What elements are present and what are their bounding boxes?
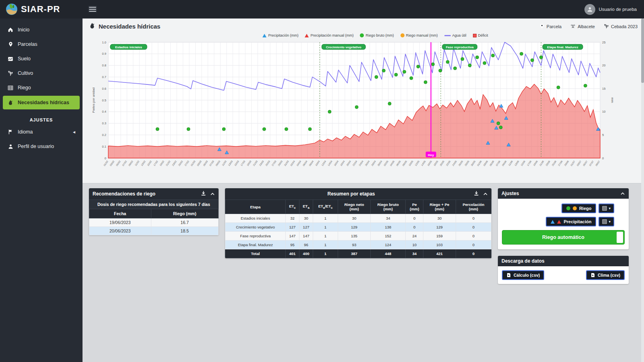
table-cell: 147 (285, 232, 299, 241)
table-cell: 18.5 (151, 227, 218, 235)
table-cell: 147 (299, 232, 313, 241)
header-meta-cultivo[interactable]: Cebada 2023 (604, 23, 638, 29)
svg-text:0.6: 0.6 (102, 87, 106, 90)
svg-text:25/06: 25/06 (551, 160, 557, 167)
chart[interactable]: 00.10.20.30.40.50.60.70.80.91.0051015202… (90, 37, 638, 181)
download-icon[interactable] (474, 191, 479, 197)
scrollbar[interactable] (641, 19, 644, 362)
header-meta-estacion[interactable]: Albacete (570, 23, 595, 29)
legend-item[interactable]: Riego manual (mm) (400, 33, 438, 37)
svg-text:27/02: 27/02 (184, 160, 190, 167)
user-avatar (584, 4, 595, 15)
sidebar-item-perfil[interactable]: Perfil de usuario (0, 139, 83, 154)
brand[interactable]: SIAR-PR (0, 3, 83, 15)
svg-text:17/06: 17/06 (526, 160, 532, 167)
svg-text:Crecimiento vegetativo: Crecimiento vegetativo (326, 45, 361, 49)
download-calculo-button[interactable]: Cálculo (csv) (502, 270, 544, 280)
summary-column-header: Riego + Pe(mm) (423, 200, 456, 214)
table-cell: 34 (371, 214, 406, 223)
table-cell: Estadios iniciales (225, 214, 286, 223)
svg-text:04/05: 04/05 (390, 160, 395, 167)
table-cell: 138 (371, 223, 406, 232)
sidebar: InicioParcelasSueloCultivoRiegoNecesidad… (0, 19, 83, 362)
svg-text:30/04: 30/04 (377, 160, 383, 167)
svg-text:03/02: 03/02 (109, 160, 115, 167)
blue-triangle-icon (551, 220, 555, 224)
settings-title: Ajustes (502, 191, 519, 196)
summary-table: EtapaETcETaETa/ETcRiego neto(mm)Riego br… (225, 200, 491, 258)
svg-text:Etapa final. Madurez: Etapa final. Madurez (547, 45, 578, 49)
table-row[interactable]: Etapa final. Madurez9596193124101030 (225, 241, 491, 249)
svg-text:09/03: 09/03 (215, 160, 221, 167)
svg-text:07/03: 07/03 (209, 160, 215, 167)
download-title: Descarga de datos (502, 258, 545, 264)
table-cell: 135 (338, 232, 370, 241)
table-row[interactable]: Fase reproductiva1471471135152241590 (225, 232, 491, 241)
table-row[interactable]: 19/06/202316.7 (89, 218, 219, 227)
riego-options-dropdown[interactable]: ▾ (599, 204, 614, 213)
collapse-chevron-icon[interactable] (620, 191, 625, 196)
svg-text:08/05: 08/05 (402, 160, 408, 167)
svg-text:05/07: 05/07 (582, 160, 588, 167)
sidebar-item-label: Necesidades hídricas (18, 100, 69, 105)
legend-item[interactable]: Agua útil (444, 33, 466, 37)
sidebar-item-riego[interactable]: Riego (0, 80, 83, 95)
riego-toggle-label: Riego (579, 206, 592, 211)
table-cell: 10 (406, 241, 423, 249)
export-icon (590, 273, 595, 278)
legend-item[interactable]: Precipitación manual (mm) (305, 33, 353, 37)
sidebar-item-inicio[interactable]: Inicio (0, 23, 83, 37)
recommendations-subtitle: Dosis de riego recomendadas para los sig… (89, 200, 219, 209)
table-cell: Fase reproductiva (225, 232, 286, 241)
svg-text:Estadios iniciales: Estadios iniciales (115, 45, 142, 49)
svg-text:11/06: 11/06 (508, 160, 514, 167)
precipitacion-options-dropdown[interactable]: ▾ (599, 217, 614, 226)
svg-text:25: 25 (602, 41, 605, 44)
collapse-chevron-icon[interactable] (483, 191, 488, 197)
legend-item[interactable]: Precipitación (mm) (262, 33, 298, 37)
user-chip[interactable]: Usuario de prueba (584, 4, 637, 15)
table-row[interactable]: 20/06/202318.5 (89, 227, 219, 235)
table-row[interactable]: Estadios iniciales3230130340300 (225, 214, 491, 223)
summary-column-header: ETa (299, 200, 313, 214)
precipitacion-toggle-button[interactable]: Precipitación (546, 217, 596, 226)
svg-text:0.5: 0.5 (102, 99, 106, 102)
sidebar-item-parcelas[interactable]: Parcelas (0, 37, 83, 51)
svg-text:06/05: 06/05 (396, 160, 401, 167)
sidebar-item-cultivo[interactable]: Cultivo (0, 66, 83, 80)
legend-item[interactable]: Riego bruto (mm) (360, 33, 394, 37)
export-icon (506, 273, 511, 278)
svg-text:07/06: 07/06 (495, 160, 501, 167)
summary-title: Resumen por etapas (229, 191, 474, 197)
menu-toggle-icon[interactable] (88, 6, 97, 13)
sidebar-item-suelo[interactable]: Suelo (0, 51, 83, 66)
legend-item[interactable]: Déficit (473, 33, 488, 37)
total-cell: 400 (299, 249, 313, 258)
header-meta-parcela[interactable]: Parcela (539, 23, 561, 30)
table-cell: 0 (456, 241, 491, 249)
collapse-chevron-icon[interactable] (210, 191, 215, 197)
header-meta-label: Albacete (578, 24, 595, 29)
toggle-notch (617, 232, 623, 243)
download-icon[interactable] (201, 191, 206, 197)
svg-text:29/06: 29/06 (564, 160, 570, 167)
sidebar-item-label: Cultivo (18, 70, 33, 76)
download-clima-button[interactable]: Clima (csv) (586, 270, 625, 280)
sidebar-item-idioma[interactable]: Idioma◂ (0, 125, 83, 139)
auto-irrigation-button[interactable]: Riego automático (502, 230, 625, 245)
crop-icon (7, 70, 14, 76)
sidebar-item-necesidades-hidricas[interactable]: Necesidades hídricas (3, 96, 80, 109)
chevron-left-icon: ◂ (73, 129, 75, 135)
table-row[interactable]: Crecimiento vegetativo127127112913801290 (225, 223, 491, 232)
table-cell: 30 (338, 214, 370, 223)
table-cell: 30 (423, 214, 456, 223)
triangle-marker-icon (262, 34, 266, 37)
table-cell: 0 (456, 214, 491, 223)
recommendations-card: Recomendaciones de riego Dosis de riego … (89, 188, 219, 235)
riego-toggle-button[interactable]: Riego (561, 204, 597, 213)
auto-irrigation-label: Riego automático (542, 234, 584, 240)
legend-label: Precipitación manual (mm) (310, 33, 353, 37)
page-title-group: Necesidades hídricas (89, 23, 160, 30)
svg-text:20: 20 (602, 64, 605, 67)
svg-text:03/03: 03/03 (196, 160, 202, 167)
